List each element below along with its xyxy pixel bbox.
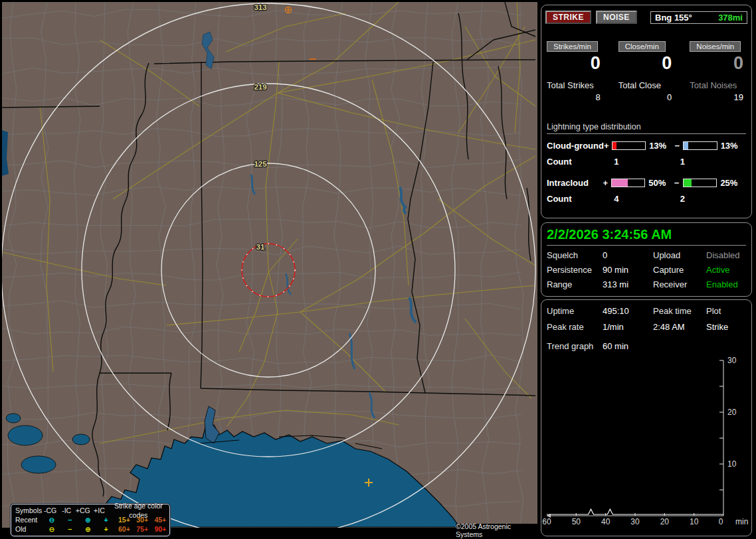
close-per-min-button[interactable]: Close/min — [618, 41, 666, 52]
close-per-min-value: 0 — [618, 53, 675, 74]
ic-negative-pct: 25% — [720, 178, 746, 188]
squelch-value: 0 — [603, 250, 653, 260]
map-area[interactable]: 313 219 125 31 Symbols -CG -IC +CG — [2, 2, 537, 528]
mode-toolbar: STRIKE NOISE Bng 155° 378mi — [545, 11, 747, 24]
trend-graph-label: Trend graph — [547, 341, 603, 351]
legend-old-row: Old ⊖ − ⊕ + 60+ 75+ 90+ — [15, 524, 169, 534]
svg-text:min: min — [735, 517, 748, 526]
plus-sign: + — [603, 178, 611, 188]
total-close-label: Total Close — [618, 80, 675, 90]
svg-text:0: 0 — [719, 517, 723, 526]
old-pcg-icon: ⊕ — [79, 524, 97, 534]
status-panel: 2/2/2026 3:24:56 AM Squelch 0 Upload Dis… — [541, 222, 752, 297]
recent-pcg-icon: ⊕ — [79, 515, 97, 524]
capture-label: Capture — [653, 265, 706, 275]
age-75: 75+ — [134, 524, 151, 534]
cloud-ground-row: Cloud-ground + 13% − 13% — [547, 141, 746, 151]
old-pic-icon: + — [97, 524, 115, 534]
ring-label-125: 125 — [254, 160, 267, 168]
intracloud-label: Intracloud — [547, 178, 603, 188]
svg-text:50: 50 — [572, 517, 581, 526]
age-45: 45+ — [151, 515, 169, 524]
strikes-per-min-button[interactable]: Strikes/min — [547, 41, 598, 52]
lake — [72, 434, 90, 445]
count-label: Count — [547, 194, 614, 204]
upload-label: Upload — [653, 250, 706, 260]
cg-positive-count: 1 — [614, 157, 680, 167]
uptime-label: Uptime — [547, 306, 603, 316]
age-15: 15+ — [115, 515, 133, 524]
capture-status: Active — [706, 265, 746, 275]
old-nic-icon: − — [61, 524, 79, 534]
svg-text:40: 40 — [601, 517, 611, 526]
lake — [6, 414, 21, 423]
persistence-label: Persistence — [547, 265, 603, 275]
plus-sign: + — [604, 141, 612, 151]
cloud-ground-label: Cloud-ground — [547, 141, 604, 151]
map-canvas[interactable]: 313 219 125 31 — [2, 2, 537, 528]
svg-text:20: 20 — [727, 408, 737, 417]
intracloud-count-row: Count 4 2 — [547, 194, 746, 204]
cloud-ground-count-row: Count 1 1 — [547, 157, 746, 167]
legend-header-nic: -IC — [58, 506, 75, 515]
cg-negative-count: 1 — [680, 157, 746, 167]
status-row: Squelch 0 Upload Disabled — [547, 250, 746, 260]
recent-nic-icon: − — [61, 515, 79, 524]
bearing-value: Bng 155° — [655, 13, 692, 23]
recent-ncg-icon: ⊖ — [43, 515, 60, 524]
trend-graph-value: 60 min — [603, 341, 653, 351]
strike-mode-button[interactable]: STRIKE — [545, 11, 591, 24]
intracloud-row: Intracloud + 50% − 25% — [547, 178, 746, 188]
peak-time-label: Peak time — [653, 306, 706, 316]
upload-status: Disabled — [706, 250, 746, 260]
legend-header-ncg: -CG — [42, 506, 58, 515]
legend-header-pcg: +CG — [74, 506, 91, 515]
legend-recent-label: Recent — [15, 515, 43, 524]
total-noises-value: 19 — [690, 92, 746, 102]
strike-stats-panel: STRIKE NOISE Bng 155° 378mi Strikes/min … — [541, 5, 752, 218]
bearing-readout: Bng 155° 378mi — [650, 11, 747, 24]
minus-sign: − — [674, 178, 683, 188]
receiver-label: Receiver — [653, 279, 706, 289]
bearing-distance: 378mi — [718, 13, 743, 23]
ring-label-219: 219 — [254, 83, 266, 91]
app-window: 313 219 125 31 Symbols -CG -IC +CG — [0, 0, 756, 539]
peak-rate-label: Peak rate — [547, 322, 603, 332]
range-label: Range — [547, 279, 603, 289]
svg-text:30: 30 — [630, 517, 640, 526]
noise-mode-button[interactable]: NOISE — [596, 11, 637, 24]
count-label: Count — [547, 157, 614, 167]
noises-per-min-button[interactable]: Noises/min — [690, 41, 741, 52]
trend-panel: Uptime 495:10 Peak time Plot Peak rate 1… — [541, 299, 752, 536]
symbol-legend: Symbols -CG -IC +CG +IC Strike age color… — [11, 504, 170, 536]
total-noises-label: Total Noises — [690, 80, 746, 90]
persistence-value: 90 min — [603, 265, 653, 275]
peak-time-value: 2:48 AM — [653, 322, 706, 332]
ic-positive-bar — [611, 179, 646, 187]
ic-positive-count: 4 — [614, 194, 680, 204]
peak-rate-row: Peak rate 1/min 2:48 AM Strike — [547, 322, 746, 332]
legend-header-symbols: Symbols — [15, 506, 42, 515]
svg-text:10: 10 — [727, 459, 737, 469]
plot-label: Plot — [706, 306, 746, 316]
lake — [21, 456, 56, 473]
ic-negative-bar — [683, 179, 717, 187]
ic-negative-count: 2 — [680, 194, 746, 204]
datetime-display: 2/2/2026 3:24:56 AM — [547, 227, 746, 246]
svg-text:30: 30 — [727, 357, 737, 365]
legend-recent-row: Recent ⊖ − ⊕ + 15+ 30+ 45+ — [15, 515, 169, 524]
age-90: 90+ — [151, 524, 169, 534]
distribution-title: Lightning type distribution — [547, 122, 746, 134]
ring-label-313: 313 — [254, 3, 266, 11]
trend-graph: 3020106050403020100min — [541, 357, 753, 535]
total-strikes-label: Total Strikes — [547, 80, 603, 90]
old-ncg-icon: ⊖ — [43, 524, 60, 534]
receiver-status: Enabled — [706, 279, 746, 289]
age-60: 60+ — [115, 524, 133, 534]
svg-text:20: 20 — [660, 517, 670, 526]
trend-graph-row: Trend graph 60 min — [547, 341, 746, 351]
cg-negative-bar — [683, 141, 717, 150]
recent-pic-icon: + — [97, 515, 115, 524]
lake — [8, 425, 43, 445]
legend-old-label: Old — [15, 524, 43, 534]
